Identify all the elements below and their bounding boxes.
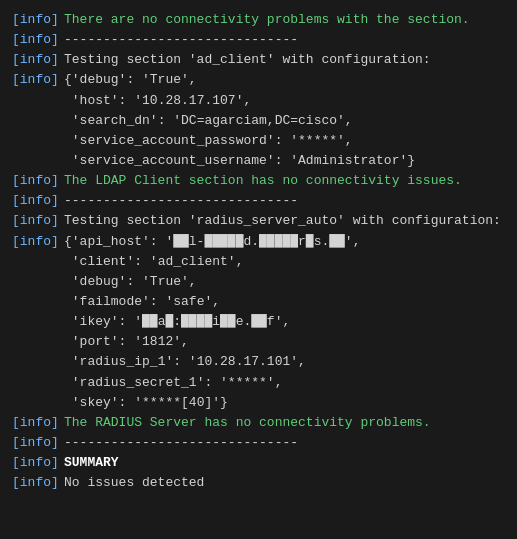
log-text: Testing section 'radius_server_auto' wit… [64, 211, 505, 231]
log-tag: [info] [12, 473, 64, 493]
log-tag: [info] [12, 10, 64, 30]
log-line: [info]Testing section 'radius_server_aut… [12, 211, 505, 231]
log-tag: [info] [12, 232, 64, 252]
log-line: 'debug': 'True', [12, 272, 505, 292]
log-text: {'api_host': '██l-█████d.█████r█s.██', [64, 232, 505, 252]
log-tag: [info] [12, 50, 64, 70]
log-tag: [info] [12, 211, 64, 231]
log-line: 'port': '1812', [12, 332, 505, 352]
log-line: 'search_dn': 'DC=agarciam,DC=cisco', [12, 111, 505, 131]
log-line: 'service_account_password': '*****', [12, 131, 505, 151]
log-line: [info]SUMMARY [12, 453, 505, 473]
log-text: There are no connectivity problems with … [64, 10, 505, 30]
log-tag: [info] [12, 30, 64, 50]
log-line: 'skey': '*****[40]'} [12, 393, 505, 413]
log-tag: [info] [12, 171, 64, 191]
log-line: [info]Testing section 'ad_client' with c… [12, 50, 505, 70]
log-text: The LDAP Client section has no connectiv… [64, 171, 505, 191]
log-text: The RADIUS Server has no connectivity pr… [64, 413, 505, 433]
log-line: 'ikey': '██a█:████i██e.██f', [12, 312, 505, 332]
log-line: [info]There are no connectivity problems… [12, 10, 505, 30]
log-line: 'failmode': 'safe', [12, 292, 505, 312]
log-container: [info]There are no connectivity problems… [12, 10, 505, 493]
log-line: 'radius_secret_1': '*****', [12, 373, 505, 393]
log-text: Testing section 'ad_client' with configu… [64, 50, 505, 70]
log-tag: [info] [12, 413, 64, 433]
log-line: [info]{'debug': 'True', [12, 70, 505, 90]
log-line: 'service_account_username': 'Administrat… [12, 151, 505, 171]
log-line: 'client': 'ad_client', [12, 252, 505, 272]
log-tag: [info] [12, 70, 64, 90]
log-tag: [info] [12, 433, 64, 453]
log-line: 'radius_ip_1': '10.28.17.101', [12, 352, 505, 372]
log-text: SUMMARY [64, 453, 505, 473]
log-text: {'debug': 'True', [64, 70, 505, 90]
log-line: [info]The RADIUS Server has no connectiv… [12, 413, 505, 433]
log-text: No issues detected [64, 473, 505, 493]
log-text: ------------------------------ [64, 433, 505, 453]
log-line: [info]------------------------------ [12, 433, 505, 453]
log-line: 'host': '10.28.17.107', [12, 91, 505, 111]
log-line: [info]{'api_host': '██l-█████d.█████r█s.… [12, 232, 505, 252]
log-tag: [info] [12, 453, 64, 473]
log-line: [info]------------------------------ [12, 30, 505, 50]
log-line: [info]No issues detected [12, 473, 505, 493]
log-text: ------------------------------ [64, 191, 505, 211]
log-tag: [info] [12, 191, 64, 211]
log-line: [info]------------------------------ [12, 191, 505, 211]
log-line: [info]The LDAP Client section has no con… [12, 171, 505, 191]
log-text: ------------------------------ [64, 30, 505, 50]
